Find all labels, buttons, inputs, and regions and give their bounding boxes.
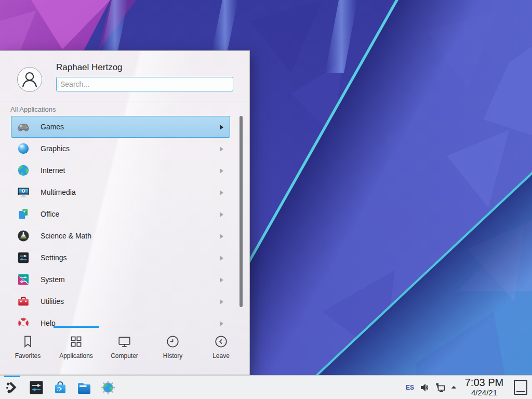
category-label: Help bbox=[41, 319, 56, 326]
category-item-games[interactable]: Games bbox=[11, 116, 230, 138]
tab-label: Favorites bbox=[15, 352, 41, 360]
browser-icon bbox=[100, 379, 116, 396]
application-launcher-popup: Raphael Hertzog All Applications Games G… bbox=[0, 50, 250, 375]
user-name: Raphael Hertzog bbox=[56, 62, 123, 73]
category-item-internet[interactable]: Internet bbox=[11, 159, 230, 181]
category-label: Office bbox=[41, 210, 59, 218]
user-avatar[interactable] bbox=[17, 66, 43, 92]
tab-leave[interactable]: Leave bbox=[197, 334, 245, 360]
bookmark-icon bbox=[20, 334, 35, 349]
digital-clock[interactable]: 7:03 PM 4/24/21 bbox=[461, 377, 507, 399]
clock-date: 4/24/21 bbox=[461, 388, 507, 397]
graphics-icon bbox=[17, 142, 30, 155]
network-tray-button[interactable] bbox=[434, 376, 447, 399]
taskbar-app-launcher[interactable] bbox=[4, 376, 21, 399]
chevron-right-icon bbox=[219, 146, 224, 152]
monitor-icon bbox=[117, 334, 132, 349]
tray-expander-button[interactable] bbox=[449, 376, 458, 399]
internet-icon bbox=[17, 164, 30, 177]
chevron-right-icon bbox=[219, 277, 224, 283]
chevron-right-icon bbox=[219, 233, 224, 240]
discover-icon bbox=[52, 379, 69, 396]
chevron-right-icon bbox=[219, 190, 224, 196]
tab-favorites[interactable]: Favorites bbox=[4, 334, 52, 360]
category-item-utilities[interactable]: Utilities bbox=[11, 290, 230, 312]
chevron-right-icon bbox=[219, 168, 224, 174]
tab-label: Computer bbox=[111, 352, 138, 360]
system-icon bbox=[17, 273, 30, 286]
category-list: Games Graphics Internet Multimedia Offic… bbox=[0, 112, 249, 326]
tab-label: Applications bbox=[59, 352, 93, 360]
help-icon bbox=[17, 316, 30, 326]
caret-up-icon bbox=[450, 383, 458, 391]
category-label: Multimedia bbox=[41, 188, 76, 196]
gamepad-icon bbox=[17, 120, 30, 134]
show-desktop-button[interactable] bbox=[514, 380, 527, 395]
category-label: Graphics bbox=[41, 144, 70, 153]
chevron-right-icon bbox=[219, 124, 224, 130]
taskbar-discover[interactable] bbox=[52, 376, 69, 399]
network-icon bbox=[435, 382, 446, 393]
chevron-right-icon bbox=[219, 211, 224, 218]
launcher-footer: Favorites Applications Computer History … bbox=[0, 326, 249, 376]
category-item-system[interactable]: System bbox=[11, 269, 230, 290]
active-tab-indicator bbox=[54, 326, 99, 328]
category-item-multimedia[interactable]: Multimedia bbox=[11, 181, 230, 203]
footer-tabs: Favorites Applications Computer History … bbox=[0, 326, 249, 360]
chevron-right-icon bbox=[219, 299, 224, 305]
launcher-header: Raphael Hertzog bbox=[0, 51, 249, 101]
category-label: Settings bbox=[41, 254, 67, 262]
kickoff-icon bbox=[4, 379, 21, 396]
category-list-scrollbar[interactable] bbox=[240, 116, 243, 307]
leave-icon bbox=[214, 334, 229, 349]
tab-label: History bbox=[163, 352, 182, 360]
multimedia-icon bbox=[17, 185, 30, 199]
tab-applications[interactable]: Applications bbox=[52, 334, 100, 360]
taskbar-panel: ES 7:03 PM 4/24/21 bbox=[0, 375, 532, 399]
desktop: Raphael Hertzog All Applications Games G… bbox=[0, 0, 532, 399]
tab-label: Leave bbox=[212, 352, 230, 360]
dolphin-icon bbox=[76, 379, 92, 396]
category-label: Science & Math bbox=[41, 232, 91, 240]
taskbar-system-settings[interactable] bbox=[28, 376, 45, 399]
taskbar-apps bbox=[4, 376, 116, 399]
settingsapp-icon bbox=[28, 379, 45, 396]
chevron-right-icon bbox=[219, 255, 224, 261]
category-label: Utilities bbox=[41, 297, 64, 305]
text-cursor bbox=[59, 80, 59, 88]
category-label: Internet bbox=[41, 166, 65, 175]
category-item-settings[interactable]: Settings bbox=[11, 247, 230, 269]
category-item-help[interactable]: Help bbox=[11, 312, 230, 326]
category-item-graphics[interactable]: Graphics bbox=[11, 138, 230, 159]
taskbar-web-browser[interactable] bbox=[100, 376, 116, 399]
category-item-science-math[interactable]: Science & Math bbox=[11, 225, 230, 247]
keyboard-layout-indicator[interactable]: ES bbox=[403, 376, 417, 399]
grid-icon bbox=[69, 334, 84, 349]
office-icon bbox=[17, 207, 30, 221]
search-input[interactable] bbox=[56, 77, 233, 91]
chevron-right-icon bbox=[219, 321, 224, 326]
taskbar-file-manager[interactable] bbox=[76, 376, 92, 399]
clock-time: 7:03 PM bbox=[461, 377, 507, 388]
settings-icon bbox=[17, 251, 30, 264]
volume-icon bbox=[419, 382, 431, 393]
science-icon bbox=[17, 229, 30, 243]
category-label: System bbox=[41, 275, 65, 284]
category-label: Games bbox=[41, 123, 64, 131]
tab-computer[interactable]: Computer bbox=[100, 334, 149, 360]
category-item-office[interactable]: Office bbox=[11, 203, 230, 225]
tab-history[interactable]: History bbox=[149, 334, 197, 360]
utilities-icon bbox=[17, 295, 30, 308]
clock-icon bbox=[165, 334, 180, 349]
volume-tray-button[interactable] bbox=[419, 376, 431, 399]
